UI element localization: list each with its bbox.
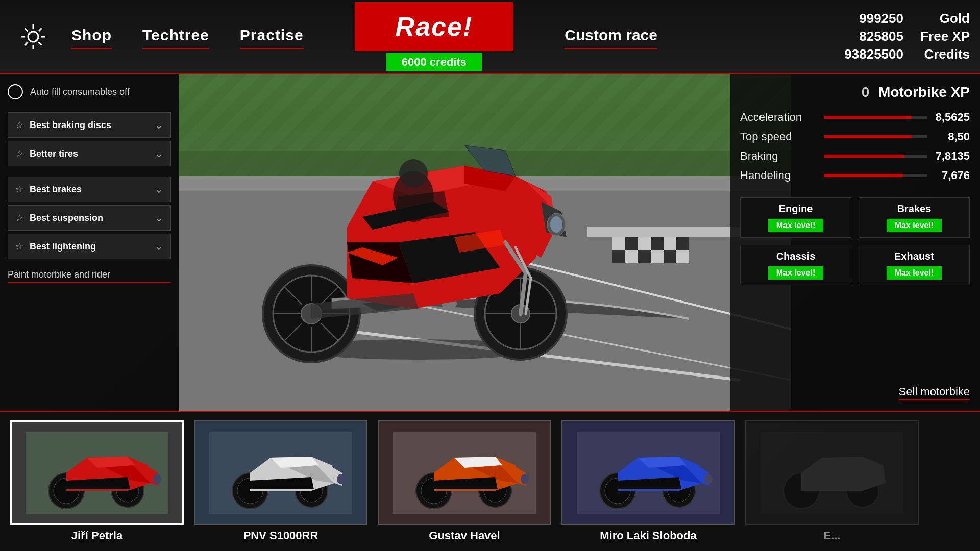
equip-item-lightening[interactable]: ☆ Best lightening ⌄	[8, 234, 171, 259]
star-icon-4: ☆	[15, 241, 23, 252]
svg-rect-18	[638, 237, 651, 250]
chevron-icon-4: ⌄	[155, 240, 163, 253]
nav-custom-race[interactable]: Custom race	[565, 27, 657, 47]
chevron-icon-3: ⌄	[155, 212, 163, 224]
bike-card-1[interactable]: PNV S1000RR	[194, 420, 368, 542]
equip-name-0: Best braking discs	[30, 120, 111, 131]
track-background	[179, 74, 791, 411]
component-title-brakes: Brakes	[864, 203, 964, 215]
bike-card-3[interactable]: Miro Laki Sloboda	[561, 420, 735, 542]
gear-icon	[18, 21, 48, 52]
toggle-circle-icon	[8, 84, 23, 99]
bikes-row: Jiří Petrla PNV S1000RR	[0, 411, 980, 551]
svg-rect-23	[625, 250, 638, 263]
stat-bar-topspeed	[824, 135, 927, 138]
xp-value: 0	[862, 84, 870, 100]
sell-motorbike-link[interactable]: Sell motorbike	[899, 385, 970, 400]
svg-line-5	[24, 28, 28, 31]
stat-name-topspeed: Top speed	[740, 130, 817, 143]
equip-item-suspension[interactable]: ☆ Best suspension ⌄	[8, 205, 171, 231]
svg-rect-20	[664, 237, 676, 250]
star-icon-0: ☆	[15, 119, 23, 131]
bike-thumb-svg-0	[26, 432, 168, 514]
stat-bar-handling	[824, 174, 927, 177]
equip-item-tires[interactable]: ☆ Better tires ⌄	[8, 141, 171, 166]
equip-item-brakes[interactable]: ☆ Best brakes ⌄	[8, 177, 171, 202]
stat-bar-braking	[824, 155, 927, 158]
stat-bar-fill-acceleration	[824, 116, 912, 119]
stat-number-topspeed: 8,50	[934, 130, 970, 143]
motorbike-display	[219, 99, 618, 370]
stat-row-topspeed: Top speed 8,50	[740, 130, 970, 143]
svg-point-63	[337, 474, 345, 484]
svg-point-57	[153, 474, 161, 484]
free-xp-value: 825805	[842, 29, 903, 44]
stat-bar-acceleration	[824, 116, 927, 119]
stat-number-braking: 7,8135	[934, 149, 970, 163]
bike-card-4[interactable]: E...	[745, 420, 919, 542]
bike-name-1: PNV S1000RR	[243, 529, 318, 542]
nav-shop[interactable]: Shop	[71, 27, 112, 47]
bike-thumb-svg-1	[209, 432, 352, 514]
race-credits-badge: 6000 credits	[386, 53, 482, 71]
max-level-brakes: Max level!	[887, 219, 942, 232]
svg-point-75	[704, 474, 713, 484]
bike-thumb-2	[378, 420, 551, 525]
stat-number-acceleration: 8,5625	[934, 111, 970, 124]
component-title-exhaust: Exhaust	[864, 251, 964, 262]
component-brakes: Brakes Max level!	[859, 197, 970, 238]
race-button[interactable]: Race!	[355, 2, 514, 51]
bike-thumb-3	[561, 420, 735, 525]
svg-rect-24	[638, 250, 651, 263]
equipment-section: ☆ Best braking discs ⌄ ☆ Better tires ⌄	[8, 112, 171, 166]
chevron-icon-2: ⌄	[155, 183, 163, 195]
stat-bar-fill-topspeed	[824, 135, 912, 138]
equip-item-braking-discs[interactable]: ☆ Best braking discs ⌄	[8, 112, 171, 138]
bike-thumb-0	[10, 420, 184, 525]
auto-fill-toggle[interactable]: Auto fill consumables off	[8, 84, 171, 99]
max-level-exhaust: Max level!	[887, 266, 942, 280]
star-icon-3: ☆	[15, 212, 23, 223]
svg-rect-26	[664, 250, 676, 263]
svg-line-6	[39, 42, 42, 45]
bike-name-4: E...	[823, 529, 840, 542]
gold-value: 999250	[842, 11, 903, 27]
motorbike-xp-display: 0 Motorbike XP	[740, 84, 970, 101]
bike-card-0[interactable]: Jiří Petrla	[10, 420, 184, 542]
free-xp-label: Free XP	[919, 29, 970, 44]
svg-rect-27	[676, 250, 689, 263]
equipment-section-2: ☆ Best brakes ⌄ ☆ Best suspension ⌄ ☆ Be…	[8, 177, 171, 259]
nav-practise[interactable]: Practise	[240, 27, 304, 47]
max-level-chassis: Max level!	[768, 266, 823, 280]
auto-fill-label: Auto fill consumables off	[30, 87, 130, 97]
settings-button[interactable]	[10, 14, 56, 60]
svg-rect-19	[651, 237, 664, 250]
component-exhaust: Exhaust Max level!	[859, 245, 970, 285]
component-title-engine: Engine	[746, 203, 846, 215]
nav-techtree[interactable]: Techtree	[142, 27, 209, 47]
bike-thumb-svg-2	[393, 432, 536, 514]
motorbike-svg	[219, 99, 618, 370]
bike-stats-section: Acceleration 8,5625 Top speed 8,50 Braki…	[740, 111, 970, 182]
stat-name-handling: Handeling	[740, 169, 817, 182]
svg-rect-21	[676, 237, 689, 250]
stat-row-acceleration: Acceleration 8,5625	[740, 111, 970, 124]
component-chassis: Chassis Max level!	[740, 245, 851, 285]
stat-bar-fill-handling	[824, 174, 903, 177]
star-icon-1: ☆	[15, 148, 23, 159]
stat-row-braking: Braking 7,8135	[740, 149, 970, 163]
gold-label: Gold	[919, 11, 970, 27]
nav-bar: Shop Techtree Practise Race! 6000 credit…	[0, 0, 980, 74]
race-button-wrap: Race! 6000 credits	[355, 2, 514, 71]
svg-point-69	[521, 474, 529, 484]
bike-thumb-svg-4	[761, 432, 903, 514]
paint-link[interactable]: Paint motorbike and rider	[8, 269, 171, 283]
svg-point-49	[399, 159, 428, 188]
left-panel: Auto fill consumables off ☆ Best braking…	[0, 74, 179, 411]
component-engine: Engine Max level!	[740, 197, 851, 238]
chevron-icon-0: ⌄	[155, 119, 163, 131]
svg-line-8	[24, 42, 28, 45]
svg-rect-17	[625, 237, 638, 250]
bike-card-2[interactable]: Gustav Havel	[378, 420, 551, 542]
max-level-engine: Max level!	[768, 219, 823, 232]
